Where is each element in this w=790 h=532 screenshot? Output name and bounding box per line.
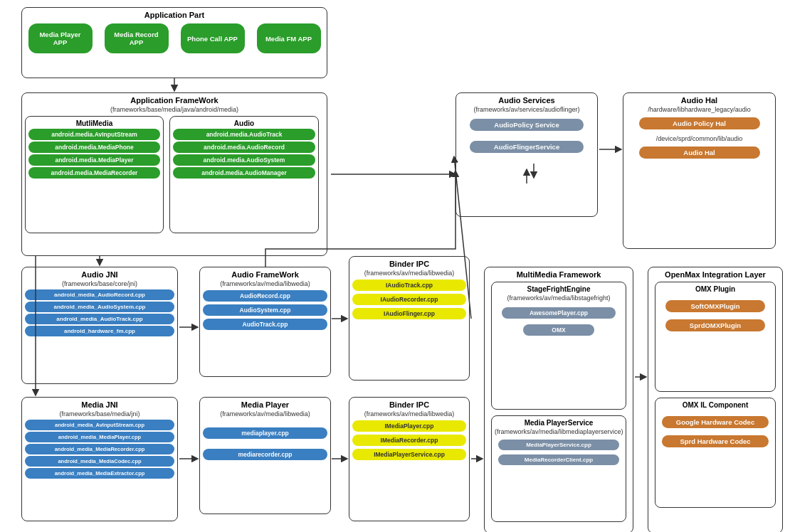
audio-policy-hal-pill: Audio Policy Hal (639, 117, 760, 129)
audioflingerservice-pill: AudioFlingerService (470, 141, 584, 153)
app-part-box: Application Part Media Player APP Media … (21, 7, 327, 78)
audio-manager-pill: android.media.AudioManager (173, 167, 315, 179)
binder-media-1: IMediaPlayer.cpp (352, 420, 466, 432)
binder-ipc-media-box: Binder IPC (frameworks/av/media/libwedia… (349, 397, 470, 521)
app-framework-subtitle: (frameworks/base/media/java/android/medi… (25, 106, 324, 113)
sprd-omx-pill: SprdOMXPlugin (665, 319, 765, 331)
media-jni-subtitle: (frameworks/base/media/jni) (25, 410, 174, 417)
openmax-title: OpenMax Integration Layer (651, 270, 779, 279)
media-jni-1: android_media_AvInputStream.cpp (25, 420, 174, 430)
audio-fw-1: AudioRecord.cpp (203, 290, 327, 302)
media-player-pill: android.media.MediaPlayer (28, 154, 160, 166)
media-jni-2: android_media_MediaPlayer.cpp (25, 432, 174, 442)
app-framework-box: Application FrameWork (frameworks/base/m… (21, 92, 327, 256)
app-framework-title: Application FrameWork (25, 96, 324, 105)
media-player-app-pill: Media Player APP (28, 23, 93, 53)
audio-hal-subtitle1: /hardware/libhardware_legacy/audio (626, 106, 772, 113)
media-player-title: Media Player (203, 400, 327, 409)
awesome-player-pill: AwesomePlayer.cpp (502, 307, 616, 319)
multimedia-box: MutliMedia android.media.AvInputStream a… (25, 116, 164, 233)
audio-hal-title: Audio Hal (626, 96, 772, 105)
binder-ipc-media-subtitle: (frameworks/av/media/libwedia) (352, 410, 466, 417)
binder-ipc-audio-box: Binder IPC (frameworks/av/media/libwedia… (349, 256, 470, 381)
audio-jni-3: android_media_AudioTrack.cpp (25, 314, 174, 324)
audio-services-subtitle: (frameworks/av/services/audioflinger) (459, 106, 594, 113)
media-recorder-pill: android.media.MediaRecorder (28, 167, 160, 179)
media-jni-3: android_media_MediaRecorder.cpp (25, 444, 174, 454)
binder-media-3: IMediaPlayerService.cpp (352, 449, 466, 460)
mps-1: MediaPlayerService.cpp (498, 440, 619, 450)
audio-inner-label: Audio (173, 119, 315, 127)
audio-fw-subtitle: (frameworks/av/media/libwedia) (203, 280, 327, 287)
media-player-subtitle: (frameworks/av/media/libwedia) (203, 410, 327, 417)
diagram: Application Part Media Player APP Media … (0, 0, 790, 532)
openmax-box: OpenMax Integration Layer OMX Plugin Sof… (648, 267, 783, 532)
binder-ipc-media-title: Binder IPC (352, 400, 466, 409)
binder-audio-2: IAudioRecorder.cpp (352, 294, 466, 305)
audio-fw-3: AudioTrack.cpp (203, 319, 327, 330)
stagefright-subtitle: (frameworks/av/media/libstagefright) (495, 294, 623, 302)
omx-il-box: OMX IL Component Google Hardware Codec S… (655, 398, 776, 508)
audio-jni-1: android_media_AudioRecord.cpp (25, 289, 174, 300)
mps-subtitle: (frameworks/av/media/libmediaplayerservi… (495, 428, 623, 435)
multimedia-framework-box: MultiMedia Framework StageFrightEngine (… (484, 267, 633, 532)
phone-call-app-pill: Phone Call APP (181, 23, 245, 53)
audio-record-pill: android.media.AudioRecord (173, 142, 315, 153)
sprd-hw-codec-pill: Sprd Hardware Codec (662, 435, 769, 447)
mps-2: MediaRecorderClient.cpp (498, 454, 619, 465)
stagefright-label: StageFrightEngine (495, 285, 623, 293)
omx-plugin-box: OMX Plugin SoftOMXPlugin SprdOMXPlugin (655, 282, 776, 392)
media-phone-pill: android.media.MediaPhone (28, 142, 160, 153)
google-hw-codec-pill: Google Hardware Codec (662, 416, 769, 428)
mediaplayer-cpp-pill: mediaplayer.cpp (203, 427, 327, 439)
binder-audio-3: IAudioFlinger.cpp (352, 308, 466, 319)
omx-pill: OMX (523, 324, 594, 336)
binder-ipc-audio-subtitle: (frameworks/av/media/libwedia) (352, 270, 466, 277)
audio-framework-inner-box: Audio android.media.AudioTrack android.m… (169, 116, 319, 233)
media-jni-5: android_media_MediaExtractor.cpp (25, 468, 174, 479)
multimedia-label: MutliMedia (28, 119, 160, 127)
mps-label: Media PlayerService (495, 419, 623, 427)
audio-jni-4: android_hardware_fm.cpp (25, 326, 174, 336)
multimedia-framework-title: MultiMedia Framework (488, 270, 630, 279)
audio-fw-box: Audio FrameWork (frameworks/av/media/lib… (199, 267, 331, 377)
media-player-service-box: Media PlayerService (frameworks/av/media… (491, 415, 626, 522)
av-input-stream-pill: android.media.AvInputStream (28, 129, 160, 140)
audio-hal-box: Audio Hal /hardware/libhardware_legacy/a… (623, 92, 776, 249)
media-jni-box: Media JNI (frameworks/base/media/jni) an… (21, 397, 178, 521)
audio-jni-2: android_media_AudioSystem.cpp (25, 302, 174, 312)
mediarecorder-cpp-pill: mediarecorder.cpp (203, 449, 327, 460)
audio-hal-subtitle2: /device/sprd/common/lib/audio (626, 135, 772, 142)
audio-fw-2: AudioSystem.cpp (203, 304, 327, 316)
stagefright-box: StageFrightEngine (frameworks/av/media/l… (491, 282, 626, 410)
audio-hal-pill: Audio Hal (639, 147, 760, 159)
audio-jni-title: Audio JNI (25, 270, 174, 279)
audio-jni-subtitle: (frameworks/base/core/jni) (25, 280, 174, 287)
binder-audio-1: IAudioTrack.cpp (352, 280, 466, 291)
audio-jni-box: Audio JNI (frameworks/base/core/jni) and… (21, 267, 178, 384)
media-player-box: Media Player (frameworks/av/media/libwed… (199, 397, 331, 514)
media-jni-4: android_media_MediaCodec.cpp (25, 456, 174, 467)
audiopolicy-service-pill: AudioPolicy Service (470, 119, 584, 131)
audio-services-box: Audio Services (frameworks/av/services/a… (455, 92, 598, 217)
media-record-app-pill: Media Record APP (105, 23, 169, 53)
audio-system-pill: android.media.AudioSystem (173, 154, 315, 166)
app-part-title: Application Part (25, 11, 324, 19)
audio-fw-title: Audio FrameWork (203, 270, 327, 279)
soft-omx-pill: SoftOMXPlugin (665, 300, 765, 312)
audio-track-pill: android.media.AudioTrack (173, 129, 315, 140)
binder-ipc-audio-title: Binder IPC (352, 260, 466, 268)
media-jni-title: Media JNI (25, 400, 174, 409)
media-fm-app-pill: Media FM APP (257, 23, 321, 53)
omx-plugin-label: OMX Plugin (658, 285, 772, 293)
binder-media-2: IMediaRecorder.cpp (352, 435, 466, 446)
omx-il-label: OMX IL Component (658, 401, 772, 409)
audio-services-title: Audio Services (459, 96, 594, 105)
